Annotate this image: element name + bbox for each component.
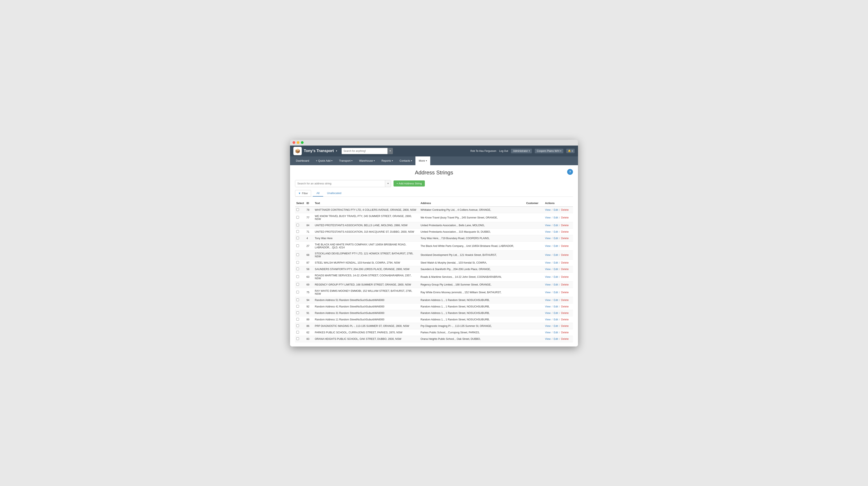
delete-link[interactable]: Delete: [561, 291, 568, 294]
nav-item-reports[interactable]: Reports ▾: [378, 156, 396, 165]
delete-link[interactable]: Delete: [561, 208, 568, 211]
row-checkbox[interactable]: [296, 245, 299, 247]
view-link[interactable]: View: [545, 224, 551, 227]
row-checkbox[interactable]: [296, 291, 299, 293]
close-button[interactable]: [292, 141, 295, 144]
delete-link[interactable]: Delete: [561, 283, 568, 286]
view-link[interactable]: View: [545, 331, 551, 334]
view-link[interactable]: View: [545, 237, 551, 240]
row-checkbox[interactable]: [296, 230, 299, 233]
row-checkbox[interactable]: [296, 275, 299, 278]
edit-link[interactable]: Edit: [554, 237, 558, 240]
delete-link[interactable]: Delete: [561, 230, 568, 233]
view-link[interactable]: View: [545, 305, 551, 308]
row-checkbox[interactable]: [296, 224, 299, 226]
tab-unallocated[interactable]: Unallocated: [323, 190, 345, 197]
view-link[interactable]: View: [545, 261, 551, 264]
nav-item-dashboard[interactable]: Dashboard: [292, 156, 313, 165]
row-checkbox[interactable]: [296, 283, 299, 286]
view-link[interactable]: View: [545, 312, 551, 315]
row-checkbox[interactable]: [296, 261, 299, 264]
delete-link[interactable]: Delete: [561, 299, 568, 302]
edit-link[interactable]: Edit: [554, 254, 558, 256]
global-search-input[interactable]: [342, 148, 388, 154]
global-search-button[interactable]: ▾: [388, 148, 393, 154]
row-checkbox[interactable]: [296, 298, 299, 301]
notifications-button[interactable]: 🔔 0: [566, 149, 575, 153]
delete-link[interactable]: Delete: [561, 338, 568, 340]
edit-link[interactable]: Edit: [554, 268, 558, 271]
edit-link[interactable]: Edit: [554, 230, 558, 233]
delete-link[interactable]: Delete: [561, 268, 568, 271]
maximize-button[interactable]: [301, 141, 304, 144]
edit-link[interactable]: Edit: [554, 224, 558, 227]
location-menu[interactable]: Coopers Plains W/H ▾: [535, 149, 563, 153]
logout-link[interactable]: Log Out: [499, 149, 508, 152]
view-link[interactable]: View: [545, 208, 551, 211]
row-checkbox[interactable]: [296, 331, 299, 334]
view-link[interactable]: View: [545, 254, 551, 256]
delete-link[interactable]: Delete: [561, 324, 568, 327]
delete-link[interactable]: Delete: [561, 276, 568, 278]
edit-link[interactable]: Edit: [554, 299, 558, 302]
view-link[interactable]: View: [545, 318, 551, 321]
edit-link[interactable]: Edit: [554, 276, 558, 278]
address-search-dropdown-icon[interactable]: ▾: [385, 180, 391, 187]
tab-all[interactable]: All: [313, 190, 323, 197]
row-checkbox[interactable]: [296, 337, 299, 340]
row-checkbox[interactable]: [296, 311, 299, 314]
help-button[interactable]: ?: [567, 169, 573, 175]
edit-link[interactable]: Edit: [554, 312, 558, 315]
minimize-button[interactable]: [297, 141, 300, 144]
view-link[interactable]: View: [545, 299, 551, 302]
view-link[interactable]: View: [545, 324, 551, 327]
row-checkbox[interactable]: [296, 305, 299, 308]
row-checkbox[interactable]: [296, 318, 299, 321]
add-address-string-button[interactable]: + Add Address String: [394, 180, 425, 187]
delete-link[interactable]: Delete: [561, 331, 568, 334]
view-link[interactable]: View: [545, 245, 551, 248]
row-checkbox[interactable]: [296, 267, 299, 270]
view-link[interactable]: View: [545, 230, 551, 233]
delete-link[interactable]: Delete: [561, 261, 568, 264]
row-checkbox[interactable]: [296, 237, 299, 239]
edit-link[interactable]: Edit: [554, 305, 558, 308]
filter-button[interactable]: ▼ Filter: [295, 190, 311, 197]
delete-link[interactable]: Delete: [561, 245, 568, 248]
delete-link[interactable]: Delete: [561, 312, 568, 315]
row-checkbox[interactable]: [296, 324, 299, 327]
edit-link[interactable]: Edit: [554, 291, 558, 294]
view-link[interactable]: View: [545, 268, 551, 271]
delete-link[interactable]: Delete: [561, 318, 568, 321]
row-checkbox[interactable]: [296, 216, 299, 219]
brand-logo[interactable]: 📦 Tony's Transport ▾: [293, 147, 337, 155]
view-link[interactable]: View: [545, 291, 551, 294]
nav-item-warehouse[interactable]: Warehouse ▾: [356, 156, 378, 165]
view-link[interactable]: View: [545, 338, 551, 340]
delete-link[interactable]: Delete: [561, 305, 568, 308]
delete-link[interactable]: Delete: [561, 216, 568, 219]
edit-link[interactable]: Edit: [554, 208, 558, 211]
delete-link[interactable]: Delete: [561, 254, 568, 256]
edit-link[interactable]: Edit: [554, 261, 558, 264]
nav-item-quick-add[interactable]: + Quick Add ▾: [313, 156, 336, 165]
row-checkbox[interactable]: [296, 208, 299, 211]
edit-link[interactable]: Edit: [554, 318, 558, 321]
delete-link[interactable]: Delete: [561, 224, 568, 227]
edit-link[interactable]: Edit: [554, 283, 558, 286]
admin-menu[interactable]: Administrator ▾: [511, 149, 532, 153]
view-link[interactable]: View: [545, 276, 551, 278]
edit-link[interactable]: Edit: [554, 338, 558, 340]
edit-link[interactable]: Edit: [554, 331, 558, 334]
view-link[interactable]: View: [545, 283, 551, 286]
edit-link[interactable]: Edit: [554, 324, 558, 327]
address-search-input[interactable]: [295, 180, 385, 187]
nav-item-contacts[interactable]: Contacts ▾: [396, 156, 415, 165]
nav-item-more[interactable]: More ▾: [415, 156, 430, 165]
nav-item-transport[interactable]: Transport ▾: [336, 156, 356, 165]
edit-link[interactable]: Edit: [554, 216, 558, 219]
delete-link[interactable]: Delete: [561, 237, 568, 240]
view-link[interactable]: View: [545, 216, 551, 219]
row-checkbox[interactable]: [296, 253, 299, 256]
edit-link[interactable]: Edit: [554, 245, 558, 248]
